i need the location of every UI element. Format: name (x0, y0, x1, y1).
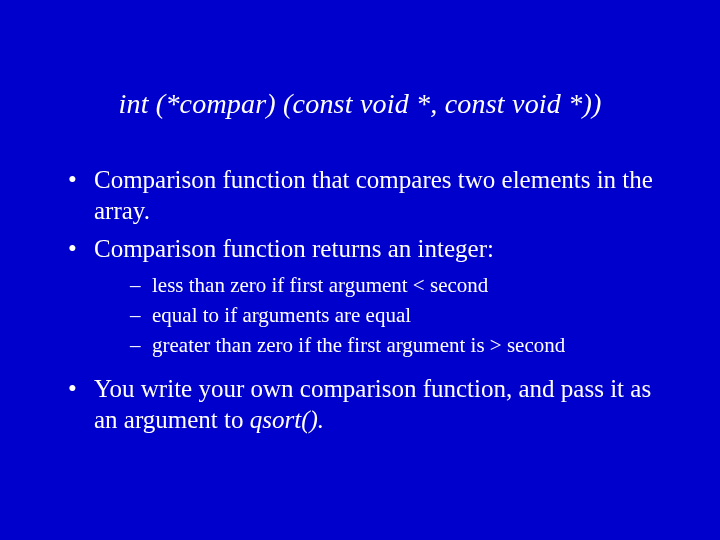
bullet-item: Comparison function that compares two el… (60, 164, 660, 227)
slide: int (*compar) (const void *, const void … (0, 0, 720, 540)
bullet-text-italic: qsort(). (250, 406, 324, 433)
slide-title: int (*compar) (const void *, const void … (60, 88, 660, 120)
sub-bullet-item: greater than zero if the first argument … (94, 332, 660, 358)
sub-bullet-text: equal to if arguments are equal (152, 303, 411, 327)
bullet-item: You write your own comparison function, … (60, 373, 660, 436)
bullet-item: Comparison function returns an integer: … (60, 233, 660, 359)
sub-bullet-text: greater than zero if the first argument … (152, 333, 565, 357)
sub-bullet-text: less than zero if first argument < secon… (152, 273, 488, 297)
sub-bullet-list: less than zero if first argument < secon… (94, 272, 660, 359)
sub-bullet-item: less than zero if first argument < secon… (94, 272, 660, 298)
bullet-list: Comparison function that compares two el… (60, 164, 660, 435)
bullet-text: Comparison function that compares two el… (94, 166, 653, 224)
bullet-text: You write your own comparison function, … (94, 375, 651, 433)
sub-bullet-item: equal to if arguments are equal (94, 302, 660, 328)
bullet-text: Comparison function returns an integer: (94, 235, 494, 262)
